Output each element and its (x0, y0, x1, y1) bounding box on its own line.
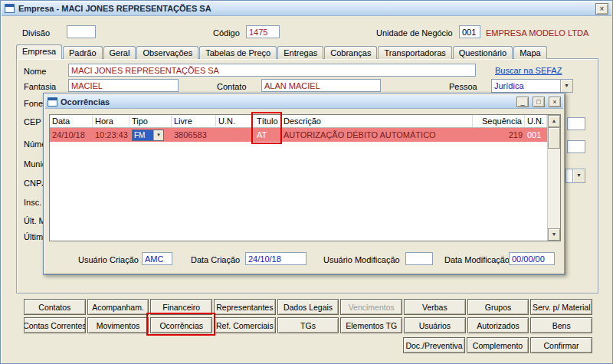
column-header-sequencia: Sequência (473, 115, 525, 127)
usuario-criacao-label: Usuário Criação (78, 255, 139, 264)
tab-questionario[interactable]: Questionário (453, 46, 513, 59)
tab-padrao[interactable]: Padrão (63, 46, 102, 59)
button-elementos-tg[interactable]: Elementos TG (340, 317, 402, 333)
data-criacao-label: Data Criação (191, 255, 240, 264)
table-header-row: Data Hora Tipo Livre U.N. Título Descriç… (50, 115, 547, 128)
close-icon[interactable]: × (595, 3, 608, 15)
tipo-combobox[interactable]: FM▼ (132, 130, 164, 141)
column-header-descricao: Descrição (281, 115, 473, 127)
right-combo-remnant[interactable]: ▼ (565, 169, 585, 183)
minimize-icon[interactable]: _ (516, 97, 529, 107)
data-modificacao-input[interactable]: 00/00/00 (509, 252, 555, 265)
tab-entregas[interactable]: Entregas (277, 46, 323, 59)
button-verbas[interactable]: Verbas (404, 299, 466, 315)
chevron-down-icon[interactable]: ▼ (560, 80, 572, 92)
unidade-negocio-name: EMPRESA MODELO LTDA (486, 28, 588, 38)
cep-label: CEP (24, 117, 41, 126)
table-row[interactable]: 24/10/18 10:23:43 FM▼ 3806583 AT AUTORIZ… (50, 128, 547, 142)
tab-empresa[interactable]: Empresa (16, 44, 62, 59)
cell-data: 24/10/18 (50, 130, 93, 139)
button-doc-preventiva[interactable]: Doc./Preventiva (403, 337, 465, 353)
tab-bar: Empresa Padrão Geral Observações Tabelas… (16, 44, 548, 59)
tipo-selected-value: FM (133, 130, 153, 140)
chevron-down-icon[interactable]: ▼ (572, 169, 585, 182)
button-autorizados[interactable]: Autorizados (467, 317, 529, 333)
column-header-un1: U.N. (216, 115, 254, 127)
usuario-modificacao-input[interactable] (405, 252, 433, 265)
button-row-3: Doc./Preventiva Complemento Confirmar (24, 337, 592, 353)
column-header-hora: Hora (93, 115, 129, 127)
data-criacao-input[interactable]: 24/10/18 (245, 252, 306, 265)
button-serv-p-material[interactable]: Serv. p/ Material (530, 299, 592, 315)
usuario-modificacao-label: Usuário Modificação (323, 255, 400, 264)
unidade-negocio-label: Unidade de Negócio (376, 28, 453, 38)
nome-label: Nome (24, 67, 46, 76)
maximize-icon[interactable]: □ (533, 97, 545, 107)
vertical-scrollbar[interactable]: ▲ ▼ (547, 115, 560, 241)
main-window: Empresa - MACI JONES REPRESENTAÇÕES SA ×… (0, 0, 613, 364)
nome-input[interactable]: MACI JONES REPRESENTAÇÕES SA (68, 64, 476, 77)
divisao-label: Divisão (22, 28, 50, 38)
dialog-titlebar[interactable]: Ocorrências _ □ × (45, 95, 563, 109)
close-icon[interactable]: × (549, 97, 561, 107)
button-ref-comerciais[interactable]: Ref. Comerciais (214, 317, 276, 333)
button-confirmar[interactable]: Confirmar (530, 337, 592, 353)
screen: Empresa - MACI JONES REPRESENTAÇÕES SA ×… (0, 0, 613, 364)
tab-observacoes[interactable]: Observações (136, 46, 198, 59)
button-acompanham[interactable]: Acompanham. (87, 299, 149, 315)
unidade-negocio-input[interactable]: 001 (459, 25, 480, 38)
button-contas-correntes[interactable]: Contas Correntes (24, 317, 86, 333)
button-usuarios[interactable]: Usuários (404, 317, 466, 333)
app-icon (5, 4, 15, 13)
ocorrencias-dialog: Ocorrências _ □ × Data Hora Tipo Livre U… (43, 93, 565, 275)
tab-mapa[interactable]: Mapa (513, 46, 547, 59)
column-header-tipo: Tipo (129, 115, 172, 127)
right-field-remnant-1[interactable] (567, 117, 585, 130)
button-bens[interactable]: Bens (530, 317, 592, 333)
pessoa-combobox[interactable]: Jurídica ▼ (491, 79, 573, 93)
scrollbar-thumb[interactable] (548, 127, 560, 149)
cell-hora: 10:23:43 (93, 130, 129, 139)
button-representantes[interactable]: Representantes (214, 299, 276, 315)
pessoa-label: Pessoa (449, 82, 477, 91)
fantasia-input[interactable]: MACIEL (68, 79, 179, 92)
button-complemento[interactable]: Complemento (467, 337, 529, 353)
codigo-label: Código (213, 28, 240, 38)
button-grupos[interactable]: Grupos (467, 299, 529, 315)
contato-label: Contato (217, 82, 247, 91)
button-dados-legais[interactable]: Dados Legais (277, 299, 339, 315)
scroll-down-icon[interactable]: ▼ (548, 228, 560, 241)
contato-input[interactable]: ALAN MACIEL (261, 79, 381, 92)
cell-sequencia: 219 (473, 130, 525, 139)
button-row-1: Contatos Acompanham. Financeiro Represen… (24, 299, 592, 315)
insc-label: Insc. (24, 198, 41, 207)
tab-transportadoras[interactable]: Transportadoras (378, 46, 451, 59)
column-header-un2: U.N. (525, 115, 547, 127)
button-vencimentos: Vencimentos (340, 299, 402, 315)
cell-descricao: AUTORIZAÇÃO DÉBITO AUTOMÁTICO (281, 130, 473, 139)
dialog-title: Ocorrências (61, 97, 110, 107)
usuario-criacao-input[interactable]: AMC (142, 252, 172, 265)
tab-cobrancas[interactable]: Cobranças (324, 46, 377, 59)
scroll-up-icon[interactable]: ▲ (548, 115, 560, 127)
tab-geral[interactable]: Geral (103, 46, 136, 59)
main-titlebar: Empresa - MACI JONES REPRESENTAÇÕES SA × (2, 2, 611, 16)
divisao-input[interactable] (67, 25, 96, 38)
pessoa-selected-value: Jurídica (492, 80, 560, 92)
fantasia-label: Fantasia (24, 82, 56, 91)
button-row-2: Contas Correntes Movimentos Ocorrências … (24, 317, 592, 333)
right-field-remnant-2[interactable] (567, 140, 585, 153)
window-title: Empresa - MACI JONES REPRESENTAÇÕES SA (18, 4, 211, 13)
codigo-input[interactable]: 1475 (246, 25, 280, 38)
titulo-annotation-box (251, 112, 282, 144)
cell-livre: 3806583 (172, 130, 216, 139)
cell-tipo: FM▼ (129, 130, 172, 141)
buscar-sefaz-link[interactable]: Buscar na SEFAZ (495, 66, 562, 75)
dialog-icon (48, 97, 57, 107)
data-modificacao-label: Data Modificação (444, 255, 510, 264)
ocorrencias-table: Data Hora Tipo Livre U.N. Título Descriç… (49, 114, 561, 241)
button-tgs[interactable]: TGs (277, 317, 339, 333)
tab-tabelas-de-preco[interactable]: Tabelas de Preço (199, 46, 277, 59)
button-contatos[interactable]: Contatos (24, 299, 86, 315)
button-movimentos[interactable]: Movimentos (87, 317, 149, 333)
